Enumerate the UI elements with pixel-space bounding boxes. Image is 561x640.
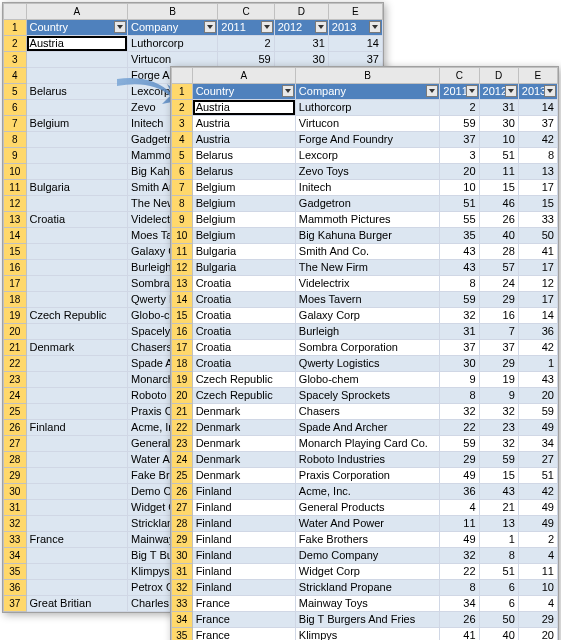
cell-country[interactable]: Austria	[192, 116, 295, 132]
cell-company[interactable]: Sombra Corporation	[295, 340, 439, 356]
rowhead[interactable]: 6	[172, 164, 193, 180]
cell-value[interactable]: 11	[518, 564, 557, 580]
cell-value[interactable]: 22	[440, 420, 479, 436]
cell-company[interactable]: Luthorcorp	[128, 36, 218, 52]
cell-value[interactable]: 29	[518, 612, 557, 628]
cell-country[interactable]: Denmark	[192, 404, 295, 420]
cell-country[interactable]: Denmark	[26, 340, 128, 356]
cell-value[interactable]: 59	[440, 292, 479, 308]
rowhead[interactable]: 32	[172, 580, 193, 596]
cell-value[interactable]: 10	[518, 580, 557, 596]
colhead-E[interactable]: E	[518, 68, 557, 84]
cell-country[interactable]	[26, 196, 128, 212]
cell-value[interactable]: 17	[518, 292, 557, 308]
header-company[interactable]: Company	[295, 84, 439, 100]
colhead-E[interactable]: E	[328, 4, 382, 20]
colhead-A[interactable]: A	[192, 68, 295, 84]
cell-value[interactable]: 51	[440, 196, 479, 212]
cell-country[interactable]	[26, 436, 128, 452]
cell-value[interactable]: 3	[440, 148, 479, 164]
rowhead[interactable]: 13	[4, 212, 27, 228]
cell-value[interactable]: 41	[518, 244, 557, 260]
cell-company[interactable]: Videlectrix	[295, 276, 439, 292]
cell-value[interactable]: 32	[440, 308, 479, 324]
cell-value[interactable]: 43	[479, 484, 518, 500]
cell-country[interactable]	[26, 580, 128, 596]
rowhead[interactable]: 5	[4, 84, 27, 100]
rowhead[interactable]: 13	[172, 276, 193, 292]
spreadsheet-unmerged[interactable]: A B C D E 1 Country Company 2011 2012 20…	[170, 66, 559, 640]
filter-icon[interactable]	[426, 85, 438, 97]
cell-company[interactable]: Mainway Toys	[295, 596, 439, 612]
rowhead[interactable]: 12	[172, 260, 193, 276]
cell-country[interactable]: Denmark	[192, 420, 295, 436]
cell-value[interactable]: 15	[479, 468, 518, 484]
cell-company[interactable]: Big Kahuna Burger	[295, 228, 439, 244]
cell-country[interactable]: Finland	[192, 484, 295, 500]
cell-country[interactable]	[26, 500, 128, 516]
cell-value[interactable]: 22	[440, 564, 479, 580]
cell-country[interactable]: France	[26, 532, 128, 548]
rowhead[interactable]: 16	[172, 324, 193, 340]
colhead-C[interactable]: C	[440, 68, 479, 84]
cell-value[interactable]: 37	[479, 340, 518, 356]
rowhead[interactable]: 24	[172, 452, 193, 468]
cell-value[interactable]: 59	[518, 404, 557, 420]
cell-value[interactable]: 49	[518, 516, 557, 532]
cell-company[interactable]: Roboto Industries	[295, 452, 439, 468]
cell-value[interactable]: 1	[518, 356, 557, 372]
rowhead[interactable]: 9	[4, 148, 27, 164]
cell-value[interactable]: 32	[479, 436, 518, 452]
cell-country[interactable]	[26, 148, 128, 164]
rowhead[interactable]: 18	[4, 292, 27, 308]
rowhead[interactable]: 14	[4, 228, 27, 244]
cell-country[interactable]: France	[192, 628, 295, 641]
cell-company[interactable]: The New Firm	[295, 260, 439, 276]
cell-value[interactable]: 14	[518, 100, 557, 116]
cell-value[interactable]: 19	[479, 372, 518, 388]
cell-value[interactable]: 32	[440, 548, 479, 564]
cell-country[interactable]: Czech Republic	[192, 388, 295, 404]
cell-country[interactable]: Austria	[26, 36, 128, 52]
rowhead[interactable]: 34	[172, 612, 193, 628]
cell-country[interactable]	[26, 292, 128, 308]
cell-value[interactable]: 36	[518, 324, 557, 340]
cell-company[interactable]: Galaxy Corp	[295, 308, 439, 324]
cell-country[interactable]: France	[192, 596, 295, 612]
cell-company[interactable]: Strickland Propane	[295, 580, 439, 596]
cell-value[interactable]: 10	[440, 180, 479, 196]
cell-company[interactable]: Spacely Sprockets	[295, 388, 439, 404]
cell-company[interactable]: Monarch Playing Card Co.	[295, 436, 439, 452]
cell-value[interactable]: 9	[440, 372, 479, 388]
rowhead[interactable]: 32	[4, 516, 27, 532]
cell-country[interactable]: Finland	[26, 420, 128, 436]
rowhead[interactable]: 15	[172, 308, 193, 324]
filter-icon[interactable]	[204, 21, 216, 33]
cell-value[interactable]: 23	[479, 420, 518, 436]
cell-country[interactable]	[26, 356, 128, 372]
cell-company[interactable]: Virtucon	[295, 116, 439, 132]
rowhead[interactable]: 12	[4, 196, 27, 212]
cell-country[interactable]	[26, 404, 128, 420]
cell-company[interactable]: Mammoth Pictures	[295, 212, 439, 228]
cell-company[interactable]: Zevo Toys	[295, 164, 439, 180]
cell-value[interactable]: 30	[479, 116, 518, 132]
cell-company[interactable]: Gadgetron	[295, 196, 439, 212]
cell-value[interactable]: 49	[518, 500, 557, 516]
rowhead[interactable]: 14	[172, 292, 193, 308]
cell-country[interactable]: Finland	[192, 580, 295, 596]
cell-value[interactable]: 59	[440, 436, 479, 452]
cell-value[interactable]: 4	[440, 500, 479, 516]
colhead-D[interactable]: D	[274, 4, 328, 20]
cell-country[interactable]: Belgium	[192, 212, 295, 228]
rowhead[interactable]: 19	[4, 308, 27, 324]
cell-country[interactable]: Czech Republic	[26, 308, 128, 324]
cell-value[interactable]: 2	[218, 36, 274, 52]
cell-country[interactable]: Finland	[192, 500, 295, 516]
cell-value[interactable]: 8	[440, 580, 479, 596]
cell-value[interactable]: 2	[518, 532, 557, 548]
cell-value[interactable]: 15	[518, 196, 557, 212]
rowhead[interactable]: 26	[4, 420, 27, 436]
rowhead[interactable]: 20	[172, 388, 193, 404]
cell-company[interactable]: Lexcorp	[295, 148, 439, 164]
